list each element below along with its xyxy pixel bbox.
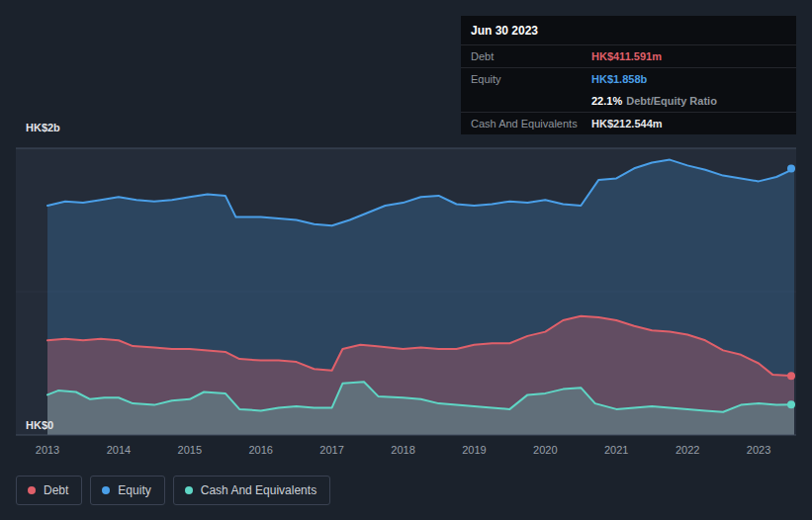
debt-series-dot (28, 486, 36, 494)
tooltip-ratio-row: 22.1%Debt/Equity Ratio (461, 90, 796, 112)
x-axis-tick-2022: 2022 (676, 444, 699, 456)
tooltip-ratio-value-group: 22.1%Debt/Equity Ratio (591, 94, 717, 108)
tooltip-equity-value: HK$1.858b (591, 72, 647, 86)
tooltip-debt-row: Debt HK$411.591m (461, 45, 796, 68)
legend: Debt Equity Cash And Equivalents (16, 476, 330, 505)
tooltip-cash-value: HK$212.544m (591, 117, 663, 130)
x-axis-tick-2023: 2023 (747, 444, 770, 456)
legend-label-debt: Debt (44, 483, 68, 497)
legend-item-equity[interactable]: Equity (90, 476, 164, 505)
legend-label-equity: Equity (118, 483, 150, 497)
cash-series-dot (185, 486, 193, 494)
tooltip-debt-value: HK$411.591m (591, 49, 662, 63)
tooltip-debt-label: Debt (471, 49, 591, 63)
chart-tooltip: Jun 30 2023 Debt HK$411.591m Equity HK$1… (461, 16, 796, 134)
debt-equity-history-chart-page: Jun 30 2023 Debt HK$411.591m Equity HK$1… (0, 0, 812, 520)
equity-series-dot (102, 486, 110, 494)
x-axis-tick-2020: 2020 (533, 444, 557, 456)
area-chart-svg (16, 135, 796, 438)
x-axis-tick-2014: 2014 (107, 444, 131, 456)
tooltip-cash-label: Cash And Equivalents (471, 117, 591, 130)
tooltip-ratio-percent: 22.1% (591, 95, 622, 107)
legend-item-debt[interactable]: Debt (16, 476, 82, 505)
tooltip-ratio-label: Debt/Equity Ratio (626, 95, 717, 107)
tooltip-equity-row: Equity HK$1.858b (461, 68, 796, 90)
x-axis-tick-2019: 2019 (462, 444, 486, 456)
tooltip-date: Jun 30 2023 (461, 16, 796, 45)
chart-plot-area[interactable] (16, 135, 796, 438)
legend-item-cash[interactable]: Cash And Equivalents (173, 476, 330, 505)
tooltip-cash-row: Cash And Equivalents HK$212.544m (461, 112, 796, 134)
y-axis-min-label: HK$0 (26, 419, 53, 431)
x-axis-tick-2015: 2015 (178, 444, 202, 456)
y-axis-max-label: HK$2b (26, 122, 60, 133)
x-axis-tick-2017: 2017 (319, 444, 343, 456)
x-axis: 2013201420152016201720182019202020212022… (16, 444, 796, 460)
tooltip-equity-label: Equity (471, 72, 591, 86)
x-axis-tick-2016: 2016 (248, 444, 272, 456)
x-axis-tick-2013: 2013 (36, 444, 59, 456)
x-axis-tick-2021: 2021 (604, 444, 628, 456)
x-axis-tick-2018: 2018 (391, 444, 414, 456)
legend-label-cash: Cash And Equivalents (201, 483, 316, 497)
